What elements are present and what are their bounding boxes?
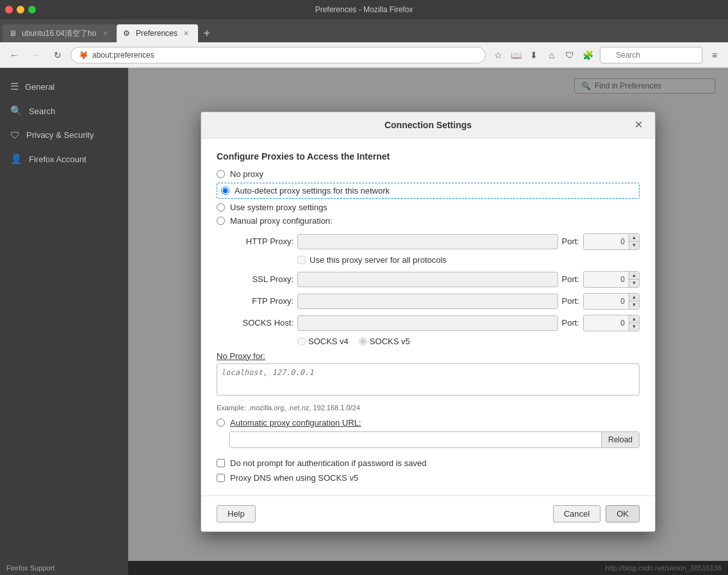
socks-host-input[interactable] xyxy=(297,315,558,331)
status-left: Firefox Support xyxy=(6,564,54,572)
system-proxy-radio[interactable] xyxy=(217,203,225,212)
manual-proxy-label: Manual proxy configuration: xyxy=(230,216,333,226)
http-port-spinner: ▲ ▼ xyxy=(629,234,639,249)
minimize-button[interactable] xyxy=(17,6,24,13)
socks-v5-radio[interactable] xyxy=(359,337,367,346)
dialog-close-button[interactable]: ✕ xyxy=(632,119,645,131)
menu-icon[interactable]: ≡ xyxy=(706,47,723,63)
tab-prefs[interactable]: ⚙ Preferences ✕ xyxy=(117,24,198,42)
reload-button-proxy[interactable]: Reload xyxy=(601,432,639,447)
auto-detect-radio[interactable] xyxy=(221,187,229,195)
proxy-radio-group: No proxy Auto-detect proxy settings for … xyxy=(217,169,640,226)
proxy-dns-option[interactable]: Proxy DNS when using SOCKS v5 xyxy=(217,473,640,483)
auto-proxy-input[interactable] xyxy=(230,432,601,447)
window-title: Preferences - Mozilla Firefox xyxy=(315,5,413,14)
socks-port-spinner: ▲ ▼ xyxy=(629,315,639,331)
auto-proxy-input-wrapper: Reload xyxy=(229,431,640,448)
manual-proxy-radio[interactable] xyxy=(217,217,225,225)
tab-prefs-close[interactable]: ✕ xyxy=(181,28,192,38)
sidebar-item-firefox-account[interactable]: 👤 Firefox Account xyxy=(0,147,128,171)
socks-v4-radio[interactable] xyxy=(297,337,306,346)
socks-v5-label: SOCKS v5 xyxy=(370,337,410,346)
no-proxy-textarea[interactable] xyxy=(217,363,640,396)
home-icon[interactable]: ⌂ xyxy=(543,47,560,63)
close-button[interactable] xyxy=(5,6,13,13)
cancel-button[interactable]: Cancel xyxy=(553,505,600,522)
auto-proxy-radio[interactable] xyxy=(217,419,225,427)
ftp-proxy-input[interactable] xyxy=(297,294,558,309)
socks-port-up[interactable]: ▲ xyxy=(629,315,639,324)
back-button[interactable]: ← xyxy=(5,46,23,64)
ssl-port-input[interactable] xyxy=(584,272,629,287)
window-controls[interactable] xyxy=(5,6,36,13)
search-nav-input[interactable] xyxy=(600,47,702,63)
auto-detect-option[interactable]: Auto-detect proxy settings for this netw… xyxy=(217,183,640,199)
use-for-all-checkbox[interactable] xyxy=(297,256,306,264)
privacy-icon: 🛡 xyxy=(10,129,20,140)
title-bar: Preferences - Mozilla Firefox xyxy=(0,0,728,19)
url-bar[interactable]: 🦊 about:preferences xyxy=(70,47,486,63)
auto-detect-label: Auto-detect proxy settings for this netw… xyxy=(235,186,390,196)
ssl-port-down[interactable]: ▼ xyxy=(629,279,639,287)
ssl-proxy-input[interactable] xyxy=(297,272,558,287)
no-proxy-option[interactable]: No proxy xyxy=(217,169,640,179)
shield-icon[interactable]: 🛡 xyxy=(561,47,578,63)
http-port-input[interactable] xyxy=(584,234,629,249)
manual-proxy-option[interactable]: Manual proxy configuration: xyxy=(217,216,640,226)
socks-version-row: SOCKS v4 SOCKS v5 xyxy=(297,337,640,346)
http-proxy-label: HTTP Proxy: xyxy=(229,237,294,246)
maximize-button[interactable] xyxy=(28,6,36,13)
http-port-down[interactable]: ▼ xyxy=(629,242,639,249)
tab-ubuntu[interactable]: 🖥 ubuntu16.04清空了ho ✕ xyxy=(3,24,117,42)
tab-ubuntu-close[interactable]: ✕ xyxy=(100,28,110,38)
nav-bar: ← → ↻ 🦊 about:preferences ☆ 📖 ⬇ ⌂ 🛡 🧩 🔍 … xyxy=(0,42,728,68)
ssl-port-label: Port: xyxy=(562,274,579,284)
proxy-form: HTTP Proxy: Port: ▲ ▼ xyxy=(229,233,640,346)
socks-port-down[interactable]: ▼ xyxy=(629,323,639,331)
ssl-port-up[interactable]: ▲ xyxy=(629,272,639,280)
ftp-proxy-label: FTP Proxy: xyxy=(229,296,294,306)
url-favicon: 🦊 xyxy=(79,51,88,60)
sidebar-item-general[interactable]: ☰ General xyxy=(0,74,128,99)
ftp-port-wrapper: ▲ ▼ xyxy=(583,293,640,310)
bookmark-star-icon[interactable]: ☆ xyxy=(490,47,506,63)
sidebar-item-search[interactable]: 🔍 Search xyxy=(0,99,128,123)
tab-ubuntu-favicon: 🖥 xyxy=(9,29,18,38)
ftp-port-down[interactable]: ▼ xyxy=(629,301,639,309)
http-proxy-input[interactable] xyxy=(297,234,558,249)
proxy-dns-checkbox[interactable] xyxy=(217,474,225,482)
no-auth-prompt-checkbox[interactable] xyxy=(217,459,225,467)
forward-button[interactable]: → xyxy=(27,46,45,64)
ok-button[interactable]: OK xyxy=(606,505,640,522)
proxy-dns-label: Proxy DNS when using SOCKS v5 xyxy=(230,473,358,483)
download-icon[interactable]: ⬇ xyxy=(525,47,542,63)
main-layout: ☰ General 🔍 Search 🛡 Privacy & Security … xyxy=(0,68,728,575)
auto-proxy-label: Automatic proxy configuration URL: xyxy=(230,418,361,428)
ftp-port-up[interactable]: ▲ xyxy=(629,294,639,302)
no-proxy-radio[interactable] xyxy=(217,170,225,178)
socks-port-input[interactable] xyxy=(584,315,629,331)
no-auth-prompt-option[interactable]: Do not prompt for authentication if pass… xyxy=(217,458,640,468)
socks-v4-option[interactable]: SOCKS v4 xyxy=(297,337,349,346)
socks-v5-option[interactable]: SOCKS v5 xyxy=(359,337,410,346)
ftp-port-input[interactable] xyxy=(584,294,629,309)
content-area: 🔍 Connection Settings ✕ Configure Proxie… xyxy=(128,68,728,575)
system-proxy-option[interactable]: Use system proxy settings xyxy=(217,203,640,212)
new-tab-button[interactable]: + xyxy=(198,24,216,42)
dialog-body: Configure Proxies to Access the Internet… xyxy=(201,138,655,496)
sidebar-item-privacy[interactable]: 🛡 Privacy & Security xyxy=(0,123,128,147)
socks-host-label: SOCKS Host: xyxy=(229,318,294,328)
http-port-label: Port: xyxy=(562,237,579,246)
http-port-up[interactable]: ▲ xyxy=(629,234,639,242)
reload-button[interactable]: ↻ xyxy=(49,46,67,64)
no-auth-prompt-label: Do not prompt for authentication if pass… xyxy=(230,458,426,468)
extension-icon[interactable]: 🧩 xyxy=(579,47,596,63)
help-button[interactable]: Help xyxy=(217,505,256,522)
bookmark-icon[interactable]: 📖 xyxy=(508,47,524,63)
search-sidebar-icon: 🔍 xyxy=(10,105,22,117)
ssl-proxy-row: SSL Proxy: Port: ▲ ▼ xyxy=(229,271,640,288)
modal-overlay: Connection Settings ✕ Configure Proxies … xyxy=(128,68,728,575)
checkbox-section: Do not prompt for authentication if pass… xyxy=(217,458,640,483)
ftp-port-label: Port: xyxy=(562,296,579,306)
http-port-wrapper: ▲ ▼ xyxy=(583,233,640,250)
